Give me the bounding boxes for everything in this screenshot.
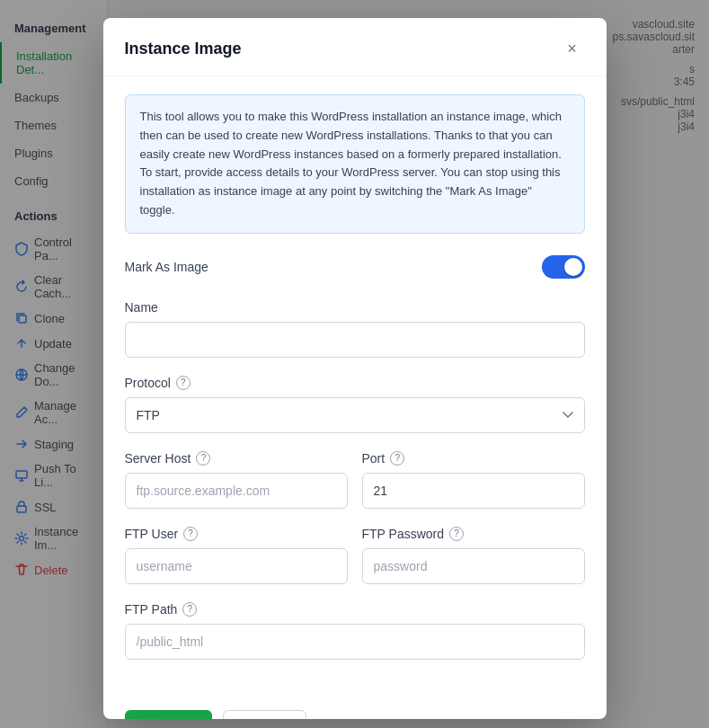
modal-footer: Confirm Cancel (103, 696, 607, 719)
modal-body: This tool allows you to make this WordPr… (103, 76, 607, 696)
ftp-path-label: FTP Path ? (125, 602, 585, 617)
ftp-user-help-icon[interactable]: ? (183, 527, 198, 541)
cancel-button[interactable]: Cancel (223, 710, 307, 719)
ftp-password-field: FTP Password ? (362, 527, 585, 584)
modal-title: Instance Image (125, 40, 242, 58)
server-host-field: Server Host ? (125, 451, 348, 509)
toggle-knob (564, 258, 582, 276)
ftp-user-password-row: FTP User ? FTP Password ? (125, 527, 585, 584)
name-field-row: Name (125, 300, 585, 358)
ftp-password-help-icon[interactable]: ? (449, 527, 464, 541)
mark-as-image-label: Mark As Image (125, 260, 208, 274)
ftp-path-help-icon[interactable]: ? (182, 602, 197, 617)
ftp-password-input[interactable] (362, 548, 585, 584)
protocol-label: Protocol ? (125, 376, 585, 390)
name-input[interactable] (125, 322, 585, 358)
server-host-label: Server Host ? (125, 451, 348, 466)
mark-as-image-toggle[interactable] (542, 255, 585, 279)
port-input[interactable] (362, 473, 585, 509)
ftp-path-field-row: FTP Path ? (125, 602, 585, 660)
instance-image-modal: Instance Image × This tool allows you to… (103, 18, 607, 719)
confirm-button[interactable]: Confirm (125, 710, 212, 719)
protocol-select[interactable]: FTP SFTP (125, 397, 585, 433)
port-label: Port ? (362, 451, 585, 466)
ftp-user-input[interactable] (125, 548, 348, 584)
name-label: Name (125, 300, 585, 315)
port-help-icon[interactable]: ? (390, 451, 404, 466)
ftp-user-field: FTP User ? (125, 527, 348, 584)
protocol-field-row: Protocol ? FTP SFTP (125, 376, 585, 433)
modal-overlay: Instance Image × This tool allows you to… (0, 0, 709, 728)
ftp-user-label: FTP User ? (125, 527, 348, 541)
mark-as-image-row: Mark As Image (125, 255, 585, 279)
ftp-password-label: FTP Password ? (362, 527, 585, 541)
close-button[interactable]: × (560, 36, 585, 61)
modal-header: Instance Image × (103, 18, 607, 76)
server-host-help-icon[interactable]: ? (196, 451, 210, 466)
info-box: This tool allows you to make this WordPr… (125, 94, 585, 234)
port-field: Port ? (362, 451, 585, 509)
protocol-help-icon[interactable]: ? (176, 376, 191, 390)
ftp-path-input[interactable] (125, 624, 585, 660)
server-host-port-row: Server Host ? Port ? (125, 451, 585, 509)
server-host-input[interactable] (125, 473, 348, 509)
